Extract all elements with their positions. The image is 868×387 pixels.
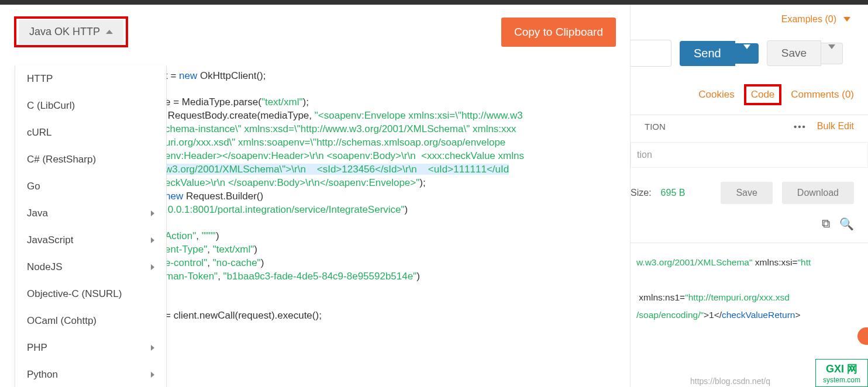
caret-right-icon — [151, 372, 154, 378]
code-string-highlighted: w3.org/2001/XMLSchema\">\r\n <sId>123456… — [165, 164, 509, 175]
bulk-edit-link[interactable]: Bulk Edit — [817, 121, 854, 132]
dd-item-go[interactable]: Go — [15, 173, 166, 200]
panel-header: Java OK HTTP Copy to Clipboard — [0, 5, 630, 53]
comments-link[interactable]: Comments (0) — [791, 89, 854, 101]
language-dropdown-menu: HTTP C (LibCurl) cURL C# (RestSharp) Go … — [15, 65, 167, 387]
download-button[interactable]: Download — [782, 182, 854, 204]
language-dropdown[interactable]: Java OK HTTP — [19, 20, 123, 44]
dd-item-objc[interactable]: Objective-C (NSURL) — [15, 281, 166, 307]
save-button[interactable]: Save — [767, 40, 821, 66]
copy-to-clipboard-button[interactable]: Copy to Clipboard — [501, 18, 616, 47]
code-string: ent-Type" — [165, 244, 207, 255]
watermark-text: GXI 网 — [826, 362, 857, 376]
watermark-logo: GXI 网 system.com — [815, 359, 868, 387]
dd-label: cURL — [27, 127, 52, 139]
caret-down-icon — [743, 44, 750, 58]
code-text: ) — [405, 204, 408, 215]
code-text: , — [196, 230, 201, 241]
generated-code[interactable]: t = new OkHttpClient(); e = MediaType.pa… — [165, 69, 619, 387]
dd-item-nodejs[interactable]: NodeJS — [15, 254, 166, 281]
send-button[interactable]: Send — [680, 41, 735, 66]
caret-right-icon — [151, 210, 154, 216]
save-response-button[interactable]: Save — [721, 182, 772, 204]
dd-item-python[interactable]: Python — [15, 361, 166, 387]
description-input[interactable]: tion — [631, 142, 868, 168]
dd-label: OCaml (Cohttp) — [27, 315, 97, 327]
dd-item-csharp[interactable]: C# (RestSharp) — [15, 146, 166, 173]
footer-url: https://blog.csdn.net/q — [690, 376, 770, 386]
size-value: 695 B — [661, 188, 686, 198]
code-text: ); — [419, 177, 425, 188]
save-dropdown-button[interactable] — [821, 43, 843, 64]
copy-icon[interactable]: ⧉ — [822, 217, 830, 231]
send-dropdown-button[interactable] — [735, 43, 759, 64]
dd-item-javascript[interactable]: JavaScript — [15, 227, 166, 254]
code-text: ) — [261, 257, 264, 268]
dd-item-php[interactable]: PHP — [15, 334, 166, 361]
response-body[interactable]: w.w3.org/2001/XMLSchema" xmlns:xsi="htt … — [631, 243, 868, 334]
dd-item-c-libcurl[interactable]: C (LibCurl) — [15, 92, 166, 119]
xml-text: > — [795, 310, 801, 320]
window-topbar — [0, 0, 868, 5]
code-text: ) — [416, 271, 420, 282]
url-input-fragment[interactable] — [631, 40, 671, 67]
size-label: Size: — [631, 188, 652, 198]
xml-string: "http://tempuri.org/xxx.xsd — [685, 292, 790, 302]
dd-item-java[interactable]: Java — [15, 200, 166, 227]
code-string: man-Token" — [165, 271, 218, 282]
code-text: ) — [216, 230, 219, 241]
code-string: chema-instance\" xmlns:xsd=\"http://www.… — [165, 123, 516, 134]
xml-string: /soap/encoding/" — [636, 310, 704, 320]
dd-label: Python — [27, 369, 58, 381]
code-text: = client.newCall(request).execute(); — [165, 310, 322, 321]
code-string: Action" — [165, 230, 196, 241]
response-tools-row: ⧉ 🔍 — [631, 213, 868, 237]
dd-label: Java — [27, 208, 48, 219]
dd-label: NodeJS — [27, 261, 62, 273]
examples-link[interactable]: Examples (0) — [781, 14, 836, 25]
caret-down-icon[interactable] — [843, 17, 850, 22]
code-string: env:Header></soapenv:Header>\r\n <soapen… — [165, 150, 524, 161]
dd-item-curl[interactable]: cURL — [15, 119, 166, 146]
watermark-subtext: system.com — [823, 376, 860, 384]
code-string: "b1baa9c3-fade-4de5-84c9-8e95592b514e" — [223, 271, 417, 282]
caret-up-icon — [106, 30, 113, 34]
caret-down-icon — [828, 44, 835, 58]
code-string: "no-cache" — [213, 257, 261, 268]
code-string: eckValue>\r\n </soapenv:Body>\r\n</soape… — [165, 177, 419, 188]
dd-label: PHP — [27, 342, 47, 354]
dd-label: Go — [27, 181, 40, 192]
code-string: "<soapenv:Envelope xmlns:xsi=\"http://ww… — [315, 110, 523, 121]
search-icon[interactable]: 🔍 — [839, 217, 854, 231]
code-string: "text/xml" — [213, 244, 254, 255]
code-string: uri.org/xxx.xsd\" xmlns:soapenv=\"http:/… — [165, 137, 505, 148]
code-keyword: new — [165, 191, 183, 202]
code-string: .0.0.1:8001/portal.integration/service/I… — [165, 204, 405, 215]
code-text: OkHttpClient(); — [197, 70, 266, 81]
cookies-link[interactable]: Cookies — [698, 89, 734, 101]
more-icon[interactable]: ••• — [794, 122, 807, 132]
dd-label: HTTP — [27, 73, 53, 85]
code-text: , — [218, 271, 223, 282]
code-text: t = — [165, 70, 179, 81]
xml-attr: xmlns:xsi= — [753, 257, 798, 267]
code-link[interactable]: Code — [744, 84, 782, 105]
caret-right-icon — [151, 237, 154, 243]
highlight-box-lang: Java OK HTTP — [14, 16, 128, 47]
xml-tag: checkValueReturn — [722, 310, 795, 320]
code-string: e-control" — [165, 257, 207, 268]
request-panel: Examples (0) Send Save Cookies Code Comm… — [631, 5, 868, 387]
code-text: ); — [303, 96, 309, 108]
send-row: Send Save — [631, 34, 868, 78]
code-text: , — [207, 244, 212, 255]
dd-label: C (LibCurl) — [27, 100, 75, 112]
dd-item-ocaml[interactable]: OCaml (Cohttp) — [15, 307, 166, 334]
code-keyword: new — [179, 70, 197, 81]
caret-right-icon — [151, 345, 154, 351]
dd-label: Objective-C (NSURL) — [27, 288, 122, 300]
dd-item-http[interactable]: HTTP — [15, 65, 166, 92]
code-string: """" — [202, 230, 216, 241]
code-text: e = MediaType.parse( — [165, 96, 261, 108]
xml-string: w.w3.org/2001/XMLSchema" — [636, 257, 753, 267]
xml-attr: xmlns:ns1= — [636, 292, 685, 302]
